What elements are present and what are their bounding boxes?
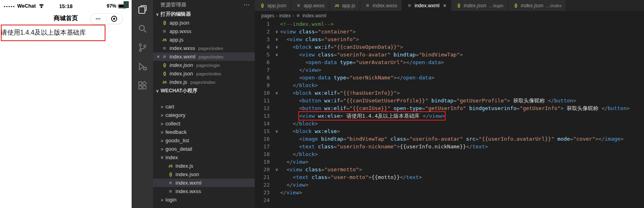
code-line[interactable]: 7 </view>	[255, 66, 644, 74]
extensions-icon[interactable]	[132, 76, 153, 95]
open-editor-item[interactable]: ×≡index.wxmlpages\index	[153, 52, 255, 61]
code-line[interactable]: 3∨ <view class="userinfo">	[255, 35, 644, 43]
editor-tab[interactable]: ≡index.wxss	[360, 0, 402, 11]
code-line[interactable]: 13 <view wx:else> 请使用1.4.4及以上版本基础库 </vie…	[255, 112, 644, 120]
code-token: =	[340, 98, 343, 104]
more-button[interactable]: •••	[96, 17, 101, 21]
tree-file[interactable]: JSindex.js	[153, 162, 255, 170]
code-line[interactable]: 9 </block>	[255, 81, 644, 89]
close-icon[interactable]: ×	[443, 3, 446, 8]
run-debug-icon[interactable]	[132, 57, 153, 76]
tree-file[interactable]: {}index.json	[153, 170, 255, 179]
files-icon[interactable]	[132, 0, 153, 19]
breadcrumb-item[interactable]: ≡index.wxml	[295, 12, 326, 19]
source-control-icon[interactable]	[132, 38, 153, 57]
code-token: =	[321, 166, 324, 173]
code-token: ></	[595, 136, 605, 142]
code-line[interactable]: 1<!--index.wxml-->	[255, 20, 644, 28]
editor-tab[interactable]: JSapp.js	[329, 0, 360, 11]
code-line[interactable]: 6 <open-data type="userAvatarUrl"></open…	[255, 58, 644, 66]
code-text	[280, 196, 644, 204]
search-icon[interactable]	[132, 19, 153, 38]
code-line[interactable]: 10∨ <block wx:elif="{{!hasUserInfo}}">	[255, 89, 644, 97]
fold-chevron-icon[interactable]: ∨	[273, 28, 280, 35]
code-token: wx:if	[321, 98, 340, 104]
fold-chevron-icon[interactable]: ∨	[273, 51, 280, 58]
breadcrumb-item[interactable]: pages	[261, 13, 275, 19]
open-editor-item[interactable]: {}index.jsonpages\login	[153, 61, 255, 69]
code-token: "userinfo-nickname"	[337, 144, 397, 150]
js-file-icon: JS	[167, 163, 173, 169]
code-line[interactable]: 11 <button wx:if="{{canIUseGetUserProfil…	[255, 97, 644, 104]
code-token: "userAvatarUrl"	[356, 59, 403, 65]
code-text: <block wx:if="{{canIUseOpenData}}">	[280, 43, 644, 51]
code-token: view	[293, 159, 305, 165]
code-text: <text class="user-motto">{{motto}}</text…	[280, 173, 644, 181]
code-line[interactable]: 8 <open-data type="userNickName"></open-…	[255, 74, 644, 81]
tab-label: app.json	[267, 3, 286, 8]
close-icon[interactable]: ×	[155, 54, 161, 60]
code-text: <button wx:if="{{canIUseGetUserProfile}}…	[280, 97, 644, 104]
code-token: =	[406, 136, 409, 142]
editor-tab[interactable]: {}index.json...\login	[451, 0, 508, 11]
tree-folder[interactable]: >cart	[153, 102, 255, 111]
code-line[interactable]: 2∨<view class="container">	[255, 28, 644, 35]
more-actions-icon[interactable]: ⋯	[244, 1, 250, 8]
open-editors-list: {}app.json≡app.wxssJSapp.js≡index.wxsspa…	[153, 19, 255, 86]
code-token: block	[296, 128, 312, 134]
code-line[interactable]: 14 </block>	[255, 120, 644, 127]
open-editor-item[interactable]: ≡app.wxss	[153, 27, 255, 35]
tree-file[interactable]: ≡index.wxss	[153, 187, 255, 196]
tree-folder[interactable]: >goods_list	[153, 136, 255, 145]
open-editor-item[interactable]: {}index.jsonpages\index	[153, 69, 255, 78]
code-line[interactable]: 4∨ <block wx:if="{{canIUseOpenData}}">	[255, 43, 644, 51]
tree-folder[interactable]: ∨index	[153, 153, 255, 162]
tree-folder[interactable]: >category	[153, 111, 255, 119]
code-line[interactable]: 16 <image bindtap="bindViewTap" class="u…	[255, 135, 644, 143]
editor-tab[interactable]: ≡index.wxml×	[402, 0, 451, 11]
tree-file[interactable]: ≡index.wxml	[153, 179, 255, 187]
fold-chevron-icon[interactable]: ∨	[273, 89, 280, 97]
editor-tab[interactable]: {}app.json	[255, 0, 291, 11]
open-editor-item[interactable]: JSapp.js	[153, 35, 255, 44]
open-editor-item[interactable]: JSindex.jspages\index	[153, 78, 255, 86]
code-line[interactable]: 22 </view>	[255, 181, 644, 189]
editor-tab[interactable]: {}index.json...\index	[508, 0, 567, 11]
code-line[interactable]: 24	[255, 196, 644, 204]
file-name: goos_detail	[165, 146, 192, 152]
code-line[interactable]: 21 <text class="user-motto">{{motto}}</t…	[255, 173, 644, 181]
fold-chevron-icon[interactable]: ∨	[273, 166, 280, 173]
breadcrumb-text: index.wxml	[302, 13, 326, 19]
open-editor-item[interactable]: {}app.json	[153, 19, 255, 27]
code-token: "usermotto"	[324, 166, 359, 173]
tree-folder[interactable]: >goos_detail	[153, 145, 255, 153]
breadcrumb-item[interactable]: index	[279, 13, 291, 19]
fold-chevron-icon[interactable]: ∨	[273, 127, 280, 135]
fold-chevron-icon[interactable]: ∨	[273, 43, 280, 51]
tree-folder[interactable]: >login	[153, 196, 255, 204]
fold-chevron-icon[interactable]: ∨	[273, 35, 280, 43]
code-line[interactable]: 5∨ <view class="userinfo-avatar" bindtap…	[255, 51, 644, 58]
editor-tab[interactable]: ≡app.wxss	[291, 0, 329, 11]
fold-gutter	[273, 112, 280, 120]
minimize-button-icon[interactable]	[111, 16, 117, 22]
open-editors-header[interactable]: ∨ 打开的编辑器	[153, 10, 255, 19]
fold-gutter	[273, 143, 280, 150]
code-line[interactable]: 19 </view>	[255, 158, 644, 166]
indent	[280, 121, 293, 127]
code-line[interactable]: 15∨ <block wx:else>	[255, 127, 644, 135]
code-line[interactable]: 17 <text class="userinfo-nickname">{{use…	[255, 143, 644, 150]
tree-folder[interactable]: >feedback	[153, 128, 255, 136]
code-line[interactable]: 18 </block>	[255, 150, 644, 158]
code-editor[interactable]: 1<!--index.wxml-->2∨<view class="contain…	[255, 20, 644, 208]
open-editor-item[interactable]: ≡index.wxsspages\index	[153, 44, 255, 52]
tree-folder[interactable]: >collect	[153, 119, 255, 128]
code-line[interactable]: 20∨ <view class="usermotto">	[255, 166, 644, 173]
code-line[interactable]: 23</view>	[255, 189, 644, 196]
workspace-header[interactable]: ∨ WECHAT小程序	[153, 86, 255, 95]
line-number: 13	[255, 112, 273, 120]
sidebar-header: 资源管理器 ⋯	[153, 0, 255, 10]
code-line[interactable]: 12 <button wx:elif="{{canIUse}}" open-ty…	[255, 104, 644, 112]
breadcrumb-text: pages	[261, 13, 275, 19]
file-name: index.wxss	[175, 188, 201, 194]
